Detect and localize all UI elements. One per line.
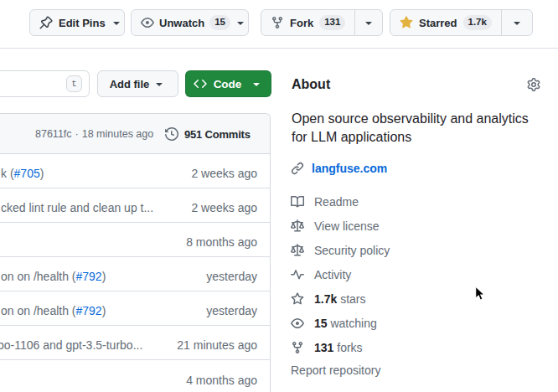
commit-date: 8 months ago [186,225,257,259]
sidebar-item-readme[interactable]: Readme [291,195,359,209]
go-to-file-shortcut-key: t [66,75,82,92]
chevron-down-icon [510,16,524,29]
file-row[interactable]: on on /health (#792) yesterday [0,291,270,326]
repo-description: Open source observability and analytics … [292,110,545,147]
latest-commit-meta: 87611fc · 18 minutes ago [35,114,153,154]
issue-link[interactable]: #792 [76,270,102,283]
commit-message-suffix: ) [40,167,44,180]
commits-count-label: 951 Commits [184,128,251,141]
star-fill-icon [400,16,413,29]
chevron-down-icon [362,16,375,29]
sidebar-item-label: View license [314,219,380,233]
sidebar-item-label: 131 forks [314,341,363,354]
star-dropdown-button[interactable] [502,10,532,35]
code-button[interactable]: Code [185,70,271,97]
pin-icon [39,16,53,29]
go-to-file-input[interactable]: t [0,70,90,97]
commit-date: yesterday [206,294,257,328]
sidebar-item-label: Security policy [314,244,390,257]
gear-icon[interactable] [527,78,540,91]
file-row[interactable]: cked lint rule and clean up t... 2 weeks… [0,188,270,223]
history-icon [165,127,178,141]
sidebar-item-activity[interactable]: Activity [291,268,351,281]
sidebar-item-label: Readme [314,195,359,209]
add-file-label: Add file [110,78,150,90]
unwatch-button[interactable]: Unwatch 15 [131,9,249,36]
file-row[interactable]: 4 months ago [0,360,270,392]
chevron-down-icon [152,77,166,90]
fork-button-group: Fork 131 [261,9,383,36]
star-icon [291,292,304,306]
fork-button[interactable]: Fork 131 [261,10,354,35]
issue-link[interactable]: #705 [14,167,40,180]
report-repository-link[interactable]: Report repository [291,364,380,377]
sidebar-item-label: Activity [314,268,351,281]
sidebar-item-watching[interactable]: 15 watching [291,317,377,330]
starred-button[interactable]: Starred 1.7k [390,10,501,35]
commit-message[interactable]: cked lint rule and clean up t... [1,201,153,214]
commit-time: 18 minutes ago [82,128,153,140]
sidebar-item-label: 1.7k stars [314,292,365,306]
issue-link[interactable]: #792 [76,304,102,317]
github-repo-page: Edit Pins Unwatch 15 Fork 131 Starred 1.… [0,0,558,392]
chevron-down-icon [250,77,263,90]
edit-pins-label: Edit Pins [59,17,106,29]
code-icon [194,77,207,90]
commit-message[interactable]: bo-1106 and gpt-3.5-turbo... [0,338,142,352]
repo-forked-icon [291,341,304,354]
law-icon [291,219,304,233]
commit-date: 4 months ago [186,363,257,392]
file-row[interactable]: 8 months ago [0,223,270,257]
eye-icon [291,317,304,330]
file-row[interactable]: bo-1106 and gpt-3.5-turbo... 21 minutes … [0,326,270,360]
sidebar-item-stars[interactable]: 1.7k stars [291,292,365,306]
chevron-down-icon [110,16,123,29]
commit-message[interactable]: on on /health ( [1,304,76,317]
star-count-badge: 1.7k [463,15,492,30]
unwatch-label: Unwatch [159,17,204,29]
repo-forked-icon [271,16,284,29]
commit-message-suffix: ) [102,270,106,283]
commit-message[interactable]: k ( [1,167,14,180]
law-icon [291,244,304,257]
star-button-group: Starred 1.7k [390,9,533,36]
sidebar-item-security-policy[interactable]: Security policy [291,244,390,257]
mouse-cursor [474,286,485,302]
commit-hash-link[interactable]: 87611fc [35,128,72,140]
commit-date: 2 weeks ago [191,157,257,190]
commit-message[interactable]: on on /health ( [1,270,76,283]
sidebar-item-license[interactable]: View license [291,219,380,233]
commit-history-link[interactable]: 951 Commits [165,114,251,154]
about-title: About [292,77,330,92]
starred-label: Starred [419,17,457,29]
header-divider [0,48,558,49]
commit-message-suffix: ) [102,304,106,317]
fork-dropdown-button[interactable] [355,10,382,35]
add-file-button[interactable]: Add file [97,70,178,97]
watch-count-badge: 15 [209,15,230,30]
pulse-icon [291,268,304,281]
commit-date: yesterday [206,260,257,293]
link-icon [291,162,304,175]
book-icon [291,195,304,209]
commit-date: 2 weeks ago [191,191,257,224]
website-row: langfuse.com [291,162,387,175]
edit-pins-button[interactable]: Edit Pins [29,9,125,36]
file-row[interactable]: on on /health (#792) yesterday [0,257,270,291]
sidebar-item-forks[interactable]: 131 forks [291,341,363,354]
latest-commit-bar: 87611fc · 18 minutes ago 951 Commits [0,114,270,154]
code-label: Code [214,78,242,90]
website-link[interactable]: langfuse.com [312,162,387,175]
commit-meta-separator: · [75,128,79,140]
eye-icon [141,16,154,29]
file-row[interactable]: k (#705) 2 weeks ago [0,154,270,188]
file-table: 87611fc · 18 minutes ago 951 Commits k (… [0,113,271,392]
chevron-down-icon [234,16,247,29]
commit-date: 21 minutes ago [177,328,257,362]
fork-label: Fork [290,17,313,29]
sidebar-item-label: 15 watching [314,317,377,330]
fork-count-badge: 131 [319,15,345,30]
